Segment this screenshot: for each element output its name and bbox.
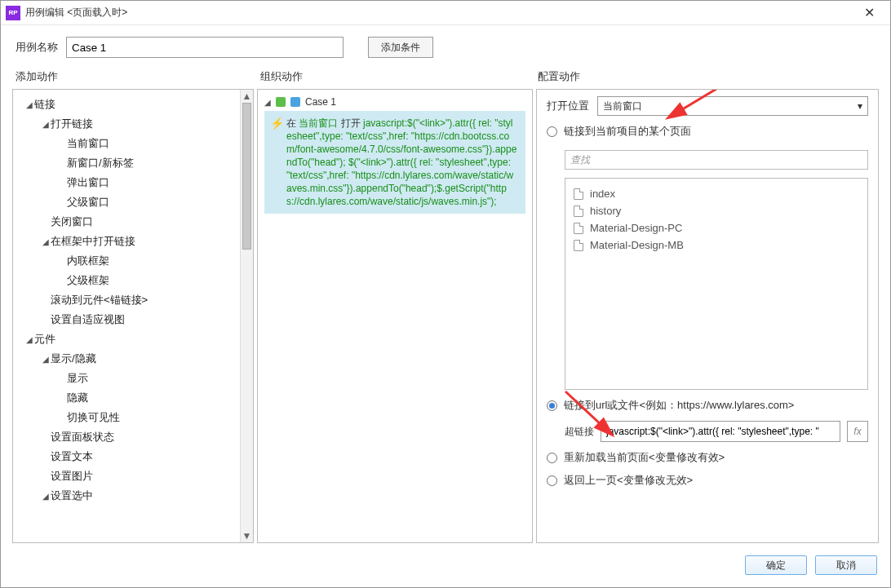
caret-icon: ◢: [24, 335, 34, 344]
heading-configure-action: 配置动作: [538, 69, 875, 84]
tree-item[interactable]: 设置面板状态: [13, 427, 240, 447]
tree-item-label: 设置面板状态: [51, 430, 114, 444]
case-name-label: 用例名称: [16, 40, 58, 55]
page-item-label: index: [590, 188, 615, 200]
scroll-down-icon[interactable]: ▼: [241, 529, 253, 542]
tree-item[interactable]: 显示: [13, 369, 240, 388]
tree-item-label: 父级窗口: [67, 195, 109, 210]
case-row[interactable]: ◢ Case 1: [264, 95, 525, 109]
tree-item-label: 隐藏: [67, 391, 88, 405]
tree-item[interactable]: ◢元件: [13, 329, 240, 349]
tree-item[interactable]: 父级窗口: [13, 192, 240, 212]
scroll-up-icon[interactable]: ▲: [241, 90, 253, 103]
scrollbar[interactable]: ▲ ▼: [240, 90, 253, 542]
radio-link-url[interactable]: 链接到url或文件<例如：https://www.lylares.com>: [547, 398, 868, 413]
caret-icon: ◢: [24, 100, 34, 109]
tree-item-label: 父级框架: [67, 273, 109, 288]
scroll-thumb[interactable]: [242, 103, 251, 250]
page-item[interactable]: history: [572, 202, 861, 219]
tree-item-label: 关闭窗口: [51, 214, 93, 229]
tree-item[interactable]: 父级框架: [13, 271, 240, 290]
app-icon: RP: [6, 6, 20, 20]
document-icon: [574, 206, 583, 217]
tree-item[interactable]: 切换可见性: [13, 408, 240, 427]
caret-icon: ◢: [41, 492, 51, 501]
tree-item-label: 链接: [34, 97, 55, 112]
tree-item[interactable]: 新窗口/新标签: [13, 153, 240, 173]
toolbar: 用例名称 添加条件: [1, 25, 890, 64]
tree-item[interactable]: 隐藏: [13, 388, 240, 408]
titlebar: RP 用例编辑 <页面载入时> ✕: [1, 1, 890, 25]
tree-item[interactable]: 当前窗口: [13, 134, 240, 153]
tree-item-label: 设置选中: [51, 489, 93, 503]
close-icon[interactable]: ✕: [853, 1, 885, 25]
radio-back[interactable]: 返回上一页<变量修改无效>: [547, 473, 868, 488]
action-item[interactable]: ⚡ 在 当前窗口 打开 javascript:$("<link>").attr(…: [264, 111, 525, 214]
open-in-label: 打开位置: [547, 99, 589, 113]
tree-item[interactable]: ◢链接: [13, 95, 240, 114]
footer: 确定 取消: [1, 551, 890, 587]
page-item[interactable]: index: [572, 185, 861, 202]
radio-link-page[interactable]: 链接到当前项目的某个页面: [547, 124, 868, 139]
tree-item-label: 显示/隐藏: [51, 351, 96, 366]
tree-item-label: 在框架中打开链接: [51, 234, 135, 249]
radio-reload[interactable]: 重新加载当前页面<变量修改有效>: [547, 450, 868, 465]
ok-button[interactable]: 确定: [745, 555, 807, 575]
page-item-label: Material-Design-MB: [590, 239, 684, 251]
actions-tree[interactable]: ◢链接◢打开链接当前窗口新窗口/新标签弹出窗口父级窗口关闭窗口◢在框架中打开链接…: [13, 90, 240, 542]
fx-button[interactable]: fx: [847, 421, 868, 442]
radio-icon: [547, 400, 557, 411]
tree-item[interactable]: ◢在框架中打开链接: [13, 232, 240, 251]
tree-item-label: 元件: [34, 332, 55, 347]
tree-item-label: 内联框架: [67, 254, 109, 268]
case-icon: [276, 97, 286, 107]
configure-panel: 打开位置 当前窗口 ▾ 链接到当前项目的某个页面 查找 indexhistory…: [536, 89, 879, 543]
page-search-input[interactable]: 查找: [565, 150, 868, 170]
page-item-label: history: [590, 205, 621, 217]
actions-tree-panel: ◢链接◢打开链接当前窗口新窗口/新标签弹出窗口父级窗口关闭窗口◢在框架中打开链接…: [12, 89, 254, 543]
tree-item-label: 滚动到元件<锚链接>: [51, 293, 148, 307]
tree-item[interactable]: 弹出窗口: [13, 173, 240, 192]
section-headings: 添加动作 组织动作 配置动作: [1, 64, 890, 89]
window: RP 用例编辑 <页面载入时> ✕ 用例名称 添加条件 添加动作 组织动作 配置…: [0, 0, 891, 588]
page-list[interactable]: indexhistoryMaterial-Design-PCMaterial-D…: [565, 178, 868, 390]
page-item-label: Material-Design-PC: [590, 222, 682, 234]
open-in-select[interactable]: 当前窗口 ▾: [597, 96, 868, 116]
caret-icon: ◢: [41, 237, 51, 246]
action-text: 在 当前窗口 打开 javascript:$("<link>").attr({ …: [286, 117, 516, 207]
cancel-button[interactable]: 取消: [815, 555, 877, 575]
tree-item-label: 显示: [67, 371, 88, 386]
page-item[interactable]: Material-Design-MB: [572, 237, 861, 254]
window-title: 用例编辑 <页面载入时>: [25, 6, 853, 20]
caret-icon: ◢: [41, 120, 51, 129]
tree-item[interactable]: 关闭窗口: [13, 212, 240, 232]
document-icon: [574, 240, 583, 251]
organize-panel: ◢ Case 1 ⚡ 在 当前窗口 打开 javascript:$("<link…: [257, 89, 533, 543]
tree-item[interactable]: 设置文本: [13, 447, 240, 466]
document-icon: [574, 188, 583, 200]
heading-add-action: 添加动作: [16, 69, 260, 84]
tree-item[interactable]: 设置图片: [13, 466, 240, 486]
document-icon: [574, 223, 583, 234]
heading-organize-action: 组织动作: [260, 69, 538, 84]
radio-icon: [547, 475, 557, 486]
page-item[interactable]: Material-Design-PC: [572, 219, 861, 237]
tree-item[interactable]: ◢设置选中: [13, 486, 240, 506]
tree-item[interactable]: 设置自适应视图: [13, 310, 240, 329]
tree-item-label: 切换可见性: [67, 410, 120, 425]
scroll-track[interactable]: [241, 103, 253, 529]
hyperlink-label: 超链接: [565, 425, 594, 439]
tree-item-label: 设置自适应视图: [51, 312, 125, 327]
add-condition-button[interactable]: 添加条件: [368, 37, 433, 58]
tree-item-label: 当前窗口: [67, 136, 109, 151]
case-name-input[interactable]: [66, 37, 344, 58]
tree-item[interactable]: 内联框架: [13, 251, 240, 271]
radio-icon: [547, 126, 557, 137]
caret-icon: ◢: [41, 355, 51, 364]
tree-item[interactable]: 滚动到元件<锚链接>: [13, 290, 240, 310]
hyperlink-input[interactable]: [601, 421, 840, 442]
tree-item[interactable]: ◢打开链接: [13, 114, 240, 134]
tree-item[interactable]: ◢显示/隐藏: [13, 349, 240, 369]
radio-icon: [547, 453, 557, 463]
tree-item-label: 新窗口/新标签: [67, 156, 134, 170]
